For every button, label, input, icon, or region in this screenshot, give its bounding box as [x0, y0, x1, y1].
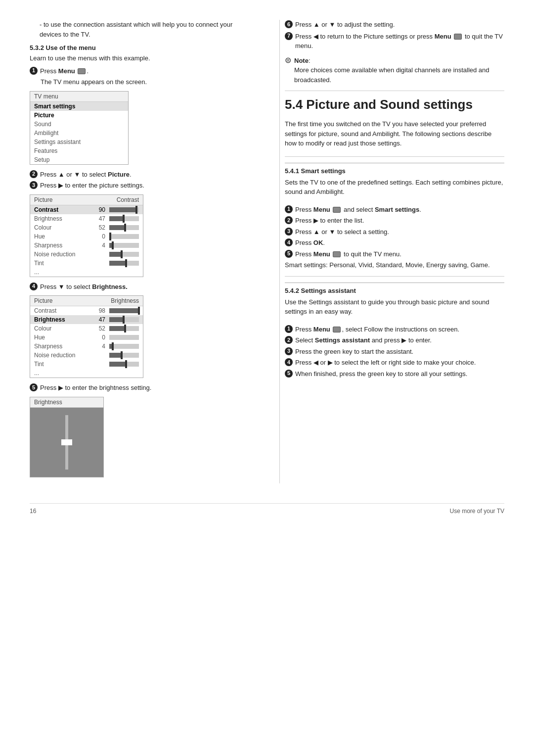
smart-step-1-text: Press Menu and select Smart settings. [295, 205, 421, 215]
step-2-text: Press ▲ or ▼ to select Picture. [40, 170, 132, 180]
section-54-intro: The first time you switched on the TV yo… [285, 119, 504, 148]
step-3-text: Press ▶ to enter the picture settings. [40, 181, 144, 190]
step-4-num: 4 [30, 283, 38, 290]
smart-step-1: 1 Press Menu and select Smart settings. [285, 205, 504, 215]
intro-bullet: - to use the connection assistant which … [40, 20, 250, 39]
step-5-num: 5 [30, 383, 38, 391]
section-542-title: 5.4.2 Settings assistant [285, 283, 504, 294]
step-2-num: 2 [30, 170, 38, 178]
pt2-header: Picture Brightness [30, 296, 143, 306]
tv-menu-title: TV menu [30, 92, 128, 102]
smart-step-3: 3 Press ▲ or ▼ to select a setting. [285, 227, 504, 237]
step-4-line: 4 Press ▼ to select Brightness. [30, 282, 250, 292]
menu-item-picture: Picture [30, 111, 128, 120]
settings-step-5: 5 When finished, press the green key to … [285, 369, 504, 379]
menu-icon-s1 [333, 207, 341, 213]
settings-step-1: 1 Press Menu , select Follow the instruc… [285, 325, 504, 334]
menu-item-settings-assistant: Settings assistant [30, 138, 128, 146]
left-column: - to use the connection assistant which … [30, 20, 255, 483]
settings-step-1-text: Press Menu , select Follow the instructi… [295, 325, 459, 334]
settings-step-4-num: 4 [285, 358, 293, 366]
smart-step-4: 4 Press OK. [285, 238, 504, 248]
settings-step-4-text: Press ◀ or ▶ to select the left or right… [295, 358, 476, 368]
pt2-col2: Brightness [111, 297, 139, 304]
menu-item-smart-settings: Smart settings [30, 102, 128, 111]
smart-step-2-num: 2 [285, 216, 293, 224]
step-5-text: Press ▶ to enter the brightness setting. [40, 383, 151, 393]
note-text: Note:More choices come available when di… [294, 56, 504, 85]
smart-step-2: 2 Press ▶ to enter the list. [285, 216, 504, 226]
picture-table-2: Picture Brightness Contrast 98 Brightnes… [30, 295, 143, 378]
smart-step-4-num: 4 [285, 238, 293, 246]
smart-settings-list: Smart settings: Personal, Vivid, Standar… [285, 260, 504, 270]
pt2-row-noise: Noise reduction [30, 351, 143, 360]
brightness-slider-track [65, 415, 68, 470]
settings-step-3: 3 Press the green key to start the assis… [285, 347, 504, 357]
settings-step-2: 2 Select Settings assistant and press ▶ … [285, 335, 504, 345]
menu-icon-s5 [333, 251, 341, 257]
smart-step-5-text: Press Menu to quit the TV menu. [295, 249, 401, 259]
section-532-title: 5.3.2 Use of the menu [30, 44, 250, 51]
settings-step-1-num: 1 [285, 325, 293, 333]
settings-step-5-num: 5 [285, 370, 293, 378]
menu-item-setup: Setup [30, 155, 128, 164]
divider-2 [285, 156, 504, 157]
pt2-row-more: ... [30, 369, 143, 378]
pt2-row-tint: Tint [30, 360, 143, 369]
brightness-slider-thumb [61, 439, 72, 445]
note-box: ⊜ Note:More choices come available when … [285, 56, 504, 85]
section-532-intro: Learn to use the menus with this example… [30, 53, 250, 63]
pt2-row-hue: Hue 0 [30, 333, 143, 342]
section-54-title: 5.4 Picture and Sound settings [285, 97, 504, 112]
settings-step-2-text: Select Settings assistant and press ▶ to… [295, 335, 432, 345]
menu-item-sound: Sound [30, 120, 128, 129]
brightness-box: Brightness [30, 397, 104, 477]
step-7-text: Press ◀ to return to the Picture setting… [295, 32, 504, 51]
pt1-row-brightness: Brightness 47 [30, 214, 143, 223]
menu-icon-7 [454, 34, 462, 40]
pt1-row-noise: Noise reduction [30, 250, 143, 259]
step-1-text: Press Menu . [40, 66, 89, 76]
section-541-intro: Sets the TV to one of the predefined set… [285, 178, 504, 197]
page-footer: 16 Use more of your TV [30, 503, 504, 515]
settings-step-3-num: 3 [285, 347, 293, 355]
settings-step-2-num: 2 [285, 336, 293, 344]
picture-table-1: Picture Contrast Contrast 90 Brightness … [30, 194, 143, 277]
divider-1 [285, 91, 504, 91]
settings-step-5-text: When finished, press the green key to st… [295, 369, 467, 379]
smart-step-2-text: Press ▶ to enter the list. [295, 216, 364, 226]
pt1-col1: Picture [34, 196, 117, 203]
pt1-col2: Contrast [117, 196, 139, 203]
step-1-line: 1 Press Menu . [30, 66, 250, 76]
menu-icon-a1 [333, 327, 341, 332]
pt1-row-sharpness: Sharpness 4 [30, 241, 143, 250]
section-542-intro: Use the Settings assistant to guide you … [285, 297, 504, 317]
pt1-row-more: ... [30, 268, 143, 277]
menu-icon-1 [78, 68, 86, 74]
smart-step-3-num: 3 [285, 228, 293, 236]
step-1-num: 1 [30, 67, 38, 75]
note-icon: ⊜ [285, 55, 291, 65]
pt2-col1: Picture [34, 297, 111, 304]
use-menu-section: 5.3.2 Use of the menu Learn to use the m… [30, 44, 250, 477]
step-3-line: 3 Press ▶ to enter the picture settings. [30, 181, 250, 190]
step-4-text: Press ▼ to select Brightness. [40, 282, 128, 292]
footer-right-text: Use more of your TV [450, 508, 504, 515]
footer-page-num: 16 [30, 508, 36, 515]
pt2-row-sharpness: Sharpness 4 [30, 342, 143, 351]
step-7-line: 7 Press ◀ to return to the Picture setti… [285, 32, 504, 51]
smart-step-5-num: 5 [285, 250, 293, 258]
pt1-header: Picture Contrast [30, 195, 143, 205]
step-2-line: 2 Press ▲ or ▼ to select Picture. [30, 170, 250, 180]
tv-menu-box: TV menu Smart settings Picture Sound Amb… [30, 91, 129, 165]
pt2-row-contrast: Contrast 98 [30, 306, 143, 315]
page-layout: - to use the connection assistant which … [30, 20, 504, 483]
menu-item-features: Features [30, 146, 128, 155]
pt1-row-hue: Hue 0 [30, 232, 143, 241]
pt1-row-tint: Tint [30, 259, 143, 268]
divider-3 [285, 276, 504, 277]
pt1-row-contrast: Contrast 90 [30, 205, 143, 214]
settings-step-4: 4 Press ◀ or ▶ to select the left or rig… [285, 358, 504, 368]
pt2-row-colour: Colour 52 [30, 324, 143, 333]
section-541-title: 5.4.1 Smart settings [285, 163, 504, 175]
